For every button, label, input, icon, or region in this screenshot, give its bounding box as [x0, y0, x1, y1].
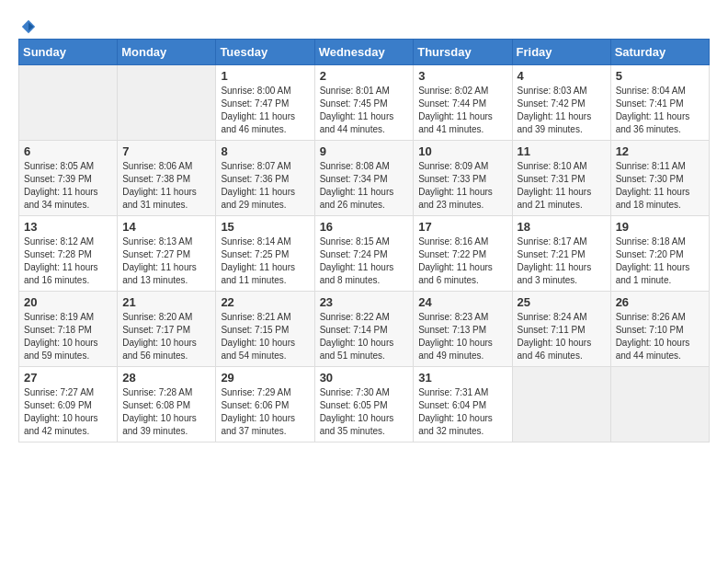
calendar-cell: 24Sunrise: 8:23 AM Sunset: 7:13 PM Dayli…	[414, 292, 512, 367]
calendar-cell	[610, 367, 709, 442]
calendar-cell: 22Sunrise: 8:21 AM Sunset: 7:15 PM Dayli…	[216, 292, 314, 367]
calendar-cell: 4Sunrise: 8:03 AM Sunset: 7:42 PM Daylig…	[512, 65, 610, 141]
calendar-cell: 1Sunrise: 8:00 AM Sunset: 7:47 PM Daylig…	[216, 65, 314, 141]
calendar-cell: 14Sunrise: 8:13 AM Sunset: 7:27 PM Dayli…	[118, 216, 216, 292]
day-info: Sunrise: 8:09 AM Sunset: 7:33 PM Dayligh…	[418, 160, 506, 212]
day-info: Sunrise: 8:24 AM Sunset: 7:11 PM Dayligh…	[518, 311, 606, 362]
day-info: Sunrise: 8:00 AM Sunset: 7:47 PM Dayligh…	[221, 85, 309, 136]
calendar-week-row: 27Sunrise: 7:27 AM Sunset: 6:09 PM Dayli…	[19, 367, 710, 442]
header-friday: Friday	[512, 40, 610, 65]
day-number: 10	[418, 144, 506, 158]
day-number: 11	[518, 144, 606, 158]
calendar-cell: 18Sunrise: 8:17 AM Sunset: 7:21 PM Dayli…	[512, 216, 610, 292]
day-number: 23	[320, 295, 409, 309]
day-info: Sunrise: 8:06 AM Sunset: 7:38 PM Dayligh…	[122, 160, 210, 212]
day-info: Sunrise: 7:30 AM Sunset: 6:05 PM Dayligh…	[320, 386, 409, 438]
day-info: Sunrise: 8:22 AM Sunset: 7:14 PM Dayligh…	[320, 311, 409, 362]
day-info: Sunrise: 8:03 AM Sunset: 7:42 PM Dayligh…	[518, 85, 606, 136]
calendar-cell: 13Sunrise: 8:12 AM Sunset: 7:28 PM Dayli…	[19, 216, 118, 292]
day-info: Sunrise: 8:21 AM Sunset: 7:15 PM Dayligh…	[221, 311, 309, 362]
calendar-cell: 8Sunrise: 8:07 AM Sunset: 7:36 PM Daylig…	[216, 141, 314, 216]
calendar-cell: 12Sunrise: 8:11 AM Sunset: 7:30 PM Dayli…	[610, 141, 709, 216]
calendar-cell: 7Sunrise: 8:06 AM Sunset: 7:38 PM Daylig…	[118, 141, 216, 216]
day-number: 9	[320, 144, 409, 158]
day-number: 20	[24, 295, 112, 309]
day-info: Sunrise: 8:02 AM Sunset: 7:44 PM Dayligh…	[418, 85, 506, 136]
day-number: 12	[616, 144, 704, 158]
calendar-week-row: 20Sunrise: 8:19 AM Sunset: 7:18 PM Dayli…	[19, 292, 710, 367]
calendar-cell: 25Sunrise: 8:24 AM Sunset: 7:11 PM Dayli…	[512, 292, 610, 367]
calendar-cell: 6Sunrise: 8:05 AM Sunset: 7:39 PM Daylig…	[19, 141, 118, 216]
calendar-cell: 16Sunrise: 8:15 AM Sunset: 7:24 PM Dayli…	[314, 216, 414, 292]
day-number: 21	[122, 295, 210, 309]
header	[18, 18, 710, 29]
day-info: Sunrise: 8:12 AM Sunset: 7:28 PM Dayligh…	[24, 236, 112, 287]
calendar-cell: 27Sunrise: 7:27 AM Sunset: 6:09 PM Dayli…	[19, 367, 118, 442]
day-number: 22	[221, 295, 309, 309]
day-number: 26	[616, 295, 704, 309]
day-info: Sunrise: 8:07 AM Sunset: 7:36 PM Dayligh…	[221, 160, 309, 212]
calendar-cell: 21Sunrise: 8:20 AM Sunset: 7:17 PM Dayli…	[118, 292, 216, 367]
header-sunday: Sunday	[19, 40, 118, 65]
day-info: Sunrise: 8:05 AM Sunset: 7:39 PM Dayligh…	[24, 160, 112, 212]
calendar-cell: 19Sunrise: 8:18 AM Sunset: 7:20 PM Dayli…	[610, 216, 709, 292]
day-info: Sunrise: 8:11 AM Sunset: 7:30 PM Dayligh…	[616, 160, 704, 212]
day-info: Sunrise: 7:27 AM Sunset: 6:09 PM Dayligh…	[24, 386, 112, 438]
day-info: Sunrise: 7:31 AM Sunset: 6:04 PM Dayligh…	[418, 386, 506, 438]
calendar-week-row: 1Sunrise: 8:00 AM Sunset: 7:47 PM Daylig…	[19, 65, 710, 141]
day-info: Sunrise: 8:04 AM Sunset: 7:41 PM Dayligh…	[616, 85, 704, 136]
day-number: 27	[24, 371, 112, 385]
day-info: Sunrise: 7:29 AM Sunset: 6:06 PM Dayligh…	[221, 386, 309, 438]
logo	[18, 18, 37, 29]
calendar-cell: 28Sunrise: 7:28 AM Sunset: 6:08 PM Dayli…	[118, 367, 216, 442]
day-info: Sunrise: 8:17 AM Sunset: 7:21 PM Dayligh…	[518, 236, 606, 287]
header-tuesday: Tuesday	[216, 40, 314, 65]
calendar-cell: 17Sunrise: 8:16 AM Sunset: 7:22 PM Dayli…	[414, 216, 512, 292]
calendar-cell	[512, 367, 610, 442]
calendar-cell: 10Sunrise: 8:09 AM Sunset: 7:33 PM Dayli…	[414, 141, 512, 216]
day-number: 24	[418, 295, 506, 309]
calendar-cell: 15Sunrise: 8:14 AM Sunset: 7:25 PM Dayli…	[216, 216, 314, 292]
day-info: Sunrise: 7:28 AM Sunset: 6:08 PM Dayligh…	[122, 386, 210, 438]
day-number: 28	[122, 371, 210, 385]
day-number: 8	[221, 144, 309, 158]
day-info: Sunrise: 8:10 AM Sunset: 7:31 PM Dayligh…	[518, 160, 606, 212]
calendar-cell	[19, 65, 118, 141]
day-number: 5	[616, 69, 704, 83]
day-number: 3	[418, 69, 506, 83]
day-number: 25	[518, 295, 606, 309]
day-info: Sunrise: 8:14 AM Sunset: 7:25 PM Dayligh…	[221, 236, 309, 287]
day-info: Sunrise: 8:19 AM Sunset: 7:18 PM Dayligh…	[24, 311, 112, 362]
header-wednesday: Wednesday	[314, 40, 414, 65]
calendar-cell: 26Sunrise: 8:26 AM Sunset: 7:10 PM Dayli…	[610, 292, 709, 367]
day-number: 17	[418, 220, 506, 234]
day-info: Sunrise: 8:15 AM Sunset: 7:24 PM Dayligh…	[320, 236, 409, 287]
day-info: Sunrise: 8:26 AM Sunset: 7:10 PM Dayligh…	[616, 311, 704, 362]
day-number: 31	[418, 371, 506, 385]
day-number: 16	[320, 220, 409, 234]
day-number: 29	[221, 371, 309, 385]
day-number: 6	[24, 144, 112, 158]
day-number: 7	[122, 144, 210, 158]
calendar-cell: 2Sunrise: 8:01 AM Sunset: 7:45 PM Daylig…	[314, 65, 414, 141]
header-thursday: Thursday	[414, 40, 512, 65]
calendar-header-row: SundayMondayTuesdayWednesdayThursdayFrid…	[19, 40, 710, 65]
calendar-table: SundayMondayTuesdayWednesdayThursdayFrid…	[18, 39, 710, 442]
day-number: 14	[122, 220, 210, 234]
calendar-cell: 31Sunrise: 7:31 AM Sunset: 6:04 PM Dayli…	[414, 367, 512, 442]
calendar-week-row: 6Sunrise: 8:05 AM Sunset: 7:39 PM Daylig…	[19, 141, 710, 216]
day-info: Sunrise: 8:16 AM Sunset: 7:22 PM Dayligh…	[418, 236, 506, 287]
day-info: Sunrise: 8:23 AM Sunset: 7:13 PM Dayligh…	[418, 311, 506, 362]
day-number: 13	[24, 220, 112, 234]
calendar-cell: 3Sunrise: 8:02 AM Sunset: 7:44 PM Daylig…	[414, 65, 512, 141]
calendar-cell: 11Sunrise: 8:10 AM Sunset: 7:31 PM Dayli…	[512, 141, 610, 216]
calendar-cell: 20Sunrise: 8:19 AM Sunset: 7:18 PM Dayli…	[19, 292, 118, 367]
day-number: 1	[221, 69, 309, 83]
calendar-cell: 9Sunrise: 8:08 AM Sunset: 7:34 PM Daylig…	[314, 141, 414, 216]
day-number: 15	[221, 220, 309, 234]
logo-icon	[20, 18, 37, 35]
calendar-cell: 23Sunrise: 8:22 AM Sunset: 7:14 PM Dayli…	[314, 292, 414, 367]
header-saturday: Saturday	[610, 40, 709, 65]
day-number: 4	[518, 69, 606, 83]
header-monday: Monday	[118, 40, 216, 65]
